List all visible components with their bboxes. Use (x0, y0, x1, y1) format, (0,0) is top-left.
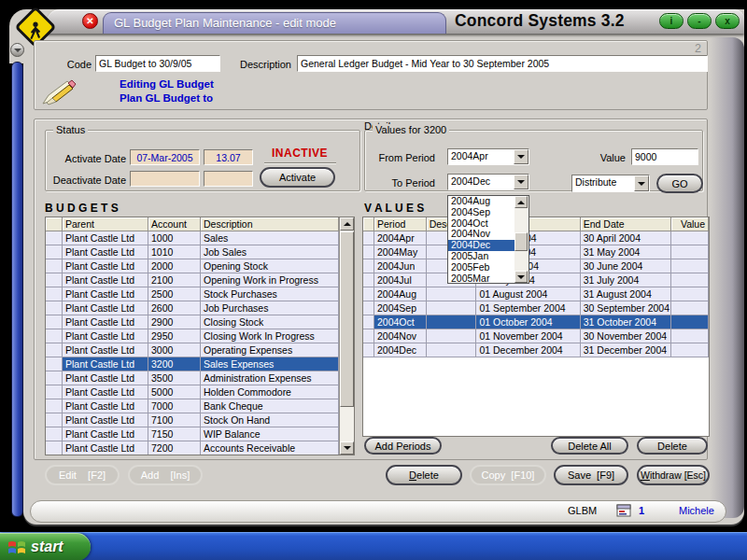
delete-button[interactable]: Delete (386, 465, 462, 485)
scroll-up-icon[interactable] (514, 196, 528, 208)
to-period-select[interactable]: 2004Dec (447, 174, 529, 190)
period-option[interactable]: 2005Jan (448, 251, 515, 262)
info-button[interactable]: i (659, 13, 684, 29)
delete-all-button[interactable]: Delete All (551, 437, 628, 455)
period-option[interactable]: 2004Oct (448, 218, 515, 230)
values-delete-button[interactable]: Delete (637, 437, 708, 455)
budgets-scroll-thumb[interactable] (340, 231, 354, 407)
scroll-down-icon[interactable] (340, 441, 354, 455)
scroll-down-icon[interactable] (514, 271, 528, 283)
value-cell (671, 273, 709, 287)
period-option[interactable]: 2004Sep (448, 207, 515, 218)
deactivate-date-field[interactable] (130, 171, 200, 187)
budgets-row[interactable]: Plant Castle Ltd2900Closing Stock (46, 315, 354, 329)
values-header-end-date[interactable]: End Date (581, 217, 671, 231)
side-menu-button[interactable] (10, 43, 24, 57)
values-header-period[interactable]: Period (374, 217, 427, 231)
window-close-button[interactable]: x (715, 13, 740, 29)
values-row[interactable]: 2004Nov01 November 200430 November 2004 (363, 329, 709, 343)
value-cell (671, 343, 709, 357)
values-header-value[interactable]: Value (671, 217, 709, 231)
minimize-button[interactable]: - (687, 13, 712, 29)
account-cell: 7000 (148, 399, 201, 413)
description-input[interactable]: General Ledger Budget - Mid Year to 30 S… (297, 55, 708, 72)
copy-button[interactable]: Copy [F10] (470, 465, 546, 485)
status-group-legend: Status (53, 124, 88, 135)
row-selector-cell (46, 231, 63, 245)
from-period-select[interactable]: 2004Apr (447, 148, 529, 165)
budgets-header-description[interactable]: Description (201, 217, 339, 231)
period-option[interactable]: 2004Dec (448, 240, 515, 251)
budgets-row[interactable]: Plant Castle Ltd1000Sales (46, 231, 354, 245)
period-option[interactable]: 2005Feb (448, 262, 515, 273)
budgets-row[interactable]: Plant Castle Ltd2000Opening Stock (46, 259, 354, 273)
dropdown-scrollbar[interactable] (514, 196, 529, 283)
parent-cell: Plant Castle Ltd (63, 385, 148, 399)
activate-time-field[interactable]: 13.07 (204, 149, 253, 165)
add-periods-button[interactable]: Add Periods (364, 437, 442, 455)
budgets-row[interactable]: Plant Castle Ltd7000Bank Cheque (46, 399, 354, 413)
row-selector-cell (363, 287, 374, 301)
to-period-dropdown-icon[interactable] (514, 175, 529, 189)
period-option[interactable]: 2005Mar (448, 273, 515, 285)
values-row[interactable]: 2004Apr01 April 200430 April 2004 (363, 231, 709, 245)
description-cell: Accounts Receivable (201, 441, 339, 455)
end-date-cell: 31 October 2004 (581, 315, 671, 329)
budgets-row[interactable]: Plant Castle Ltd5000Holden Commodore (46, 385, 354, 399)
values-row[interactable]: 2004Sep01 September 200430 September 200… (363, 301, 709, 315)
budgets-row[interactable]: Plant Castle Ltd3000Operating Expenses (46, 343, 354, 357)
row-selector-cell (363, 245, 374, 259)
close-window-icon[interactable]: ✕ (82, 13, 98, 29)
budgets-row[interactable]: Plant Castle Ltd3200Sales Expenses (46, 357, 354, 371)
start-button[interactable]: start (0, 533, 91, 560)
budgets-row[interactable]: Plant Castle Ltd7150WIP Balance (46, 427, 354, 441)
parent-cell: Plant Castle Ltd (63, 231, 148, 245)
budgets-row[interactable]: Plant Castle Ltd2950Closing Work In Prog… (46, 329, 354, 343)
go-button[interactable]: GO (656, 174, 703, 193)
budgets-row[interactable]: Plant Castle Ltd2100Opening Work in Prog… (46, 273, 354, 287)
row-selector-cell (46, 259, 63, 273)
budgets-row[interactable]: Plant Castle Ltd1010Job Sales (46, 245, 354, 259)
from-period-dropdown-icon[interactable] (514, 149, 529, 164)
activate-button[interactable]: Activate (260, 167, 335, 188)
budgets-row[interactable]: Plant Castle Ltd3500Administration Expen… (46, 371, 354, 385)
add-button[interactable]: Add [Ins] (128, 465, 203, 485)
budgets-row[interactable]: Plant Castle Ltd2600Job Purchases (46, 301, 354, 315)
description-cell (427, 329, 477, 343)
edit-button[interactable]: Edit [F2] (45, 465, 120, 485)
value-cell (671, 301, 709, 315)
values-row[interactable]: 2004Jul01 July 200431 July 2004 (363, 273, 709, 287)
budgets-header-account[interactable]: Account (148, 217, 201, 231)
activate-date-field[interactable]: 07-Mar-2005 (130, 149, 200, 165)
parent-cell: Plant Castle Ltd (63, 413, 148, 427)
values-header-selector (363, 217, 374, 231)
budgets-row[interactable]: Plant Castle Ltd7100Stock On Hand (46, 413, 354, 427)
code-input[interactable]: GL Budget to 30/9/05 (95, 55, 220, 72)
dropdown-scroll-thumb[interactable] (514, 232, 528, 251)
values-row[interactable]: 2004Oct01 October 200431 October 2004 (363, 315, 709, 329)
values-row[interactable]: 2004Jun01 June 200430 June 2004 (363, 259, 709, 273)
distribute-select[interactable]: Distribute (571, 175, 650, 192)
values-header-row: Period Description Start Date End Date V… (363, 217, 709, 231)
row-selector-cell (46, 315, 63, 329)
period-option[interactable]: 2004Nov (448, 229, 515, 240)
period-cell: 2004Aug (374, 287, 427, 301)
deactivate-time-field[interactable] (204, 171, 253, 187)
distribute-dropdown-icon[interactable] (634, 175, 649, 191)
save-button[interactable]: Save [F9] (554, 465, 628, 485)
row-selector-cell (46, 343, 63, 357)
budgets-row[interactable]: Plant Castle Ltd7200Accounts Receivable (46, 441, 354, 455)
value-input[interactable]: 9000 (631, 148, 698, 165)
budgets-header-parent[interactable]: Parent (63, 217, 148, 231)
values-row[interactable]: 2004May01 May 200431 May 2004 (363, 245, 709, 259)
parent-cell: Plant Castle Ltd (63, 357, 148, 371)
budgets-scrollbar[interactable] (339, 217, 354, 455)
period-option[interactable]: 2004Aug (448, 196, 515, 207)
account-cell: 2000 (148, 259, 201, 273)
values-row[interactable]: 2004Aug01 August 200431 August 2004 (363, 287, 709, 301)
values-row[interactable]: 2004Dec01 December 200431 December 2004 (363, 343, 709, 357)
withdraw-button[interactable]: Withdraw [Esc] (637, 465, 710, 485)
description-cell: Bank Cheque (201, 399, 339, 413)
scroll-up-icon[interactable] (340, 217, 354, 231)
budgets-row[interactable]: Plant Castle Ltd2500Stock Purchases (46, 287, 354, 301)
